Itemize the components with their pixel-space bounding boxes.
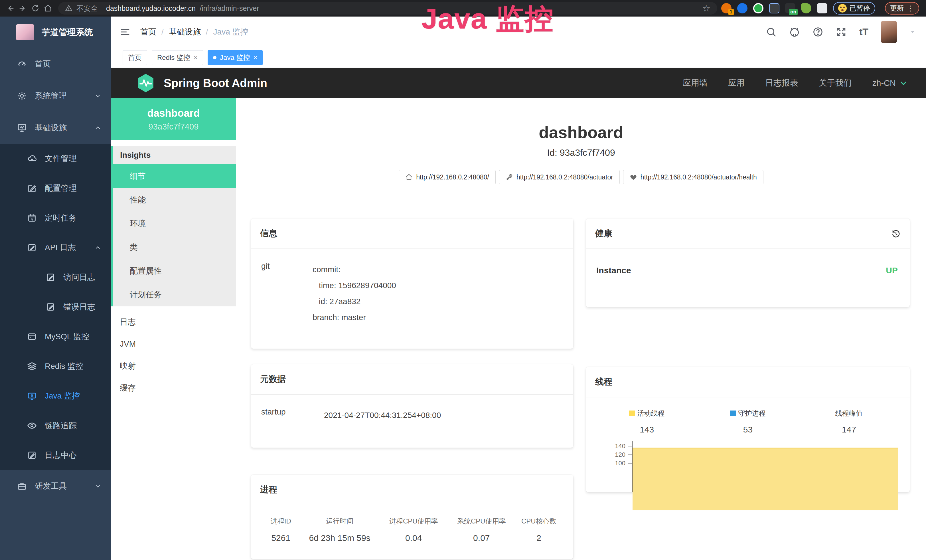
breadcrumb-home[interactable]: 首页	[140, 27, 156, 37]
edit-square-icon	[27, 183, 37, 193]
text-size-icon[interactable]: tT	[859, 26, 869, 37]
bookmark-star-icon[interactable]: ☆	[702, 4, 710, 13]
sidebar-item-java-monitor[interactable]: Java 监控	[0, 381, 111, 411]
hamburger-icon[interactable]	[120, 27, 131, 37]
avatar-caret-icon[interactable]	[909, 29, 916, 35]
sidebar-item-redis-monitor[interactable]: Redis 监控	[0, 351, 111, 381]
sidebar-item-mysql-monitor[interactable]: MySQL 监控	[0, 322, 111, 351]
sidebar-item-access-log[interactable]: 访问日志	[0, 262, 111, 292]
tab-java-monitor[interactable]: Java 监控 ×	[207, 50, 263, 65]
log-edit-icon	[45, 302, 55, 312]
extension-icon-leaf[interactable]	[801, 3, 811, 14]
yellow-legend-swatch	[629, 410, 635, 416]
instance-nav-details[interactable]: 细节	[113, 164, 236, 188]
sidebar-item-system-mgmt[interactable]: 系统管理	[0, 80, 111, 112]
puzzle-extensions-icon[interactable]	[817, 3, 827, 14]
service-url-button[interactable]: http://192.168.0.2:48080/	[399, 170, 496, 184]
sba-nav-about[interactable]: 关于我们	[819, 77, 852, 89]
sba-nav-applications[interactable]: 应用	[728, 77, 744, 89]
instance-nav-jvm[interactable]: JVM	[111, 333, 236, 355]
instance-nav-classes[interactable]: 类	[113, 235, 236, 259]
instance-nav-scheduled-tasks[interactable]: 计划任务	[113, 283, 236, 306]
live-threads-value: 143	[596, 425, 697, 434]
paused-indicator[interactable]: 已暂停	[833, 2, 875, 15]
sba-brand[interactable]: Spring Boot Admin	[164, 77, 267, 89]
tab-home[interactable]: 首页	[123, 50, 147, 65]
health-status-badge: UP	[886, 266, 898, 275]
breadcrumb-infrastructure[interactable]: 基础设施	[169, 27, 201, 37]
git-id-line: id: 27aa832	[313, 294, 563, 310]
sidebar-item-file-mgmt[interactable]: 文件管理	[0, 144, 111, 173]
browser-home-button[interactable]	[42, 2, 54, 15]
tab-close-icon[interactable]: ×	[253, 54, 257, 62]
instance-nav-logs[interactable]: 日志	[111, 311, 236, 333]
sba-nav-wallboard[interactable]: 应用墙	[683, 77, 708, 89]
chrome-update-button[interactable]: 更新 ⋮	[885, 2, 919, 15]
y-tick: 100	[615, 460, 625, 467]
extension-icon-blue-pin[interactable]	[737, 3, 747, 14]
browser-reload-button[interactable]	[29, 2, 42, 15]
sidebar-item-api-log[interactable]: API 日志	[0, 233, 111, 262]
sidebar-item-infrastructure[interactable]: 基础设施	[0, 112, 111, 144]
help-icon[interactable]	[813, 27, 823, 37]
legend-peak-threads: 线程峰值	[799, 409, 899, 418]
address-bar[interactable]: 不安全 dashboard.yudao.iocoder.cn /infra/ad…	[58, 2, 717, 15]
sidebar-item-error-log[interactable]: 错误日志	[0, 292, 111, 322]
instance-nav-metrics[interactable]: 性能	[113, 188, 236, 212]
instance-nav-caches[interactable]: 缓存	[111, 377, 236, 399]
process-col-header: 进程CPU使用率	[379, 517, 448, 526]
extension-icon-grid[interactable]	[769, 3, 779, 14]
gear-icon	[17, 91, 27, 101]
security-label: 不安全	[76, 4, 98, 13]
info-card: 信息 git commit: time: 1596289704000 id: 2…	[251, 218, 573, 349]
tab-redis-monitor[interactable]: Redis 监控 ×	[152, 50, 203, 65]
emoji-face-icon	[838, 4, 847, 12]
instance-header[interactable]: dashboard 93a3fc7f7409	[111, 98, 236, 140]
logo-avatar	[16, 24, 34, 40]
health-url-button[interactable]: http://192.168.0.2:48080/actuator/health	[623, 170, 763, 184]
metadata-card-title: 元数据	[260, 374, 286, 385]
instance-nav-config-props[interactable]: 配置属性	[113, 259, 236, 283]
instance-nav-environment[interactable]: 环境	[113, 212, 236, 235]
tab-close-icon[interactable]: ×	[194, 54, 198, 62]
tag-view-bar: 首页 Redis 监控 × Java 监控 ×	[111, 47, 926, 68]
history-icon[interactable]	[891, 229, 900, 239]
sba-language-select[interactable]: zh-CN	[872, 79, 908, 88]
admin-sidebar: 芋道管理系统 首页 系统管理 基础设施 文件管理	[0, 17, 111, 560]
sidebar-item-config-mgmt[interactable]: 配置管理	[0, 173, 111, 203]
sidebar-item-label: 访问日志	[63, 272, 95, 283]
fullscreen-icon[interactable]	[836, 27, 847, 37]
extension-icon-list[interactable]: on	[785, 3, 795, 14]
briefcase-icon	[17, 481, 27, 491]
sidebar-item-tracing[interactable]: 链路追踪	[0, 411, 111, 440]
breadcrumb: 首页 / 基础设施 / Java 监控	[140, 27, 248, 37]
actuator-url-button[interactable]: http://192.168.0.2:48080/actuator	[499, 170, 620, 184]
git-branch-line: branch: master	[313, 310, 563, 325]
user-avatar[interactable]	[881, 21, 897, 43]
instance-health-row: Instance UP	[596, 262, 899, 287]
sba-nav-journal[interactable]: 日志报表	[765, 77, 798, 89]
search-icon[interactable]	[766, 27, 776, 37]
browser-back-button[interactable]	[4, 2, 17, 15]
address-divider	[102, 5, 102, 12]
sidebar-item-label: Redis 监控	[45, 361, 83, 372]
extension-icon-green-circle[interactable]	[753, 3, 763, 14]
github-icon[interactable]	[789, 27, 800, 37]
sidebar-item-home[interactable]: 首页	[0, 48, 111, 80]
instance-nav-mappings[interactable]: 映射	[111, 355, 236, 377]
sidebar-item-dev-tools[interactable]: 研发工具	[0, 470, 111, 502]
startup-value: 2021-04-27T00:44:31.254+08:00	[324, 407, 563, 423]
header-actions: tT	[766, 21, 916, 43]
actuator-url: http://192.168.0.2:48080/actuator	[516, 173, 613, 181]
browser-forward-button[interactable]	[17, 2, 29, 15]
sidebar-item-log-center[interactable]: 日志中心	[0, 440, 111, 470]
spring-boot-admin-logo	[135, 73, 156, 94]
extension-icon-orange[interactable]: 1	[721, 3, 731, 14]
y-tick: 120	[615, 451, 625, 459]
log-edit-icon	[45, 272, 55, 282]
database-icon	[27, 332, 37, 342]
sidebar-item-scheduled-jobs[interactable]: 定时任务	[0, 203, 111, 233]
sidebar-item-label: 日志中心	[45, 450, 77, 461]
instance-details-page: dashboard Id: 93a3fc7f7409 http://192.16…	[236, 98, 926, 560]
sidebar-logo[interactable]: 芋道管理系统	[0, 17, 111, 48]
